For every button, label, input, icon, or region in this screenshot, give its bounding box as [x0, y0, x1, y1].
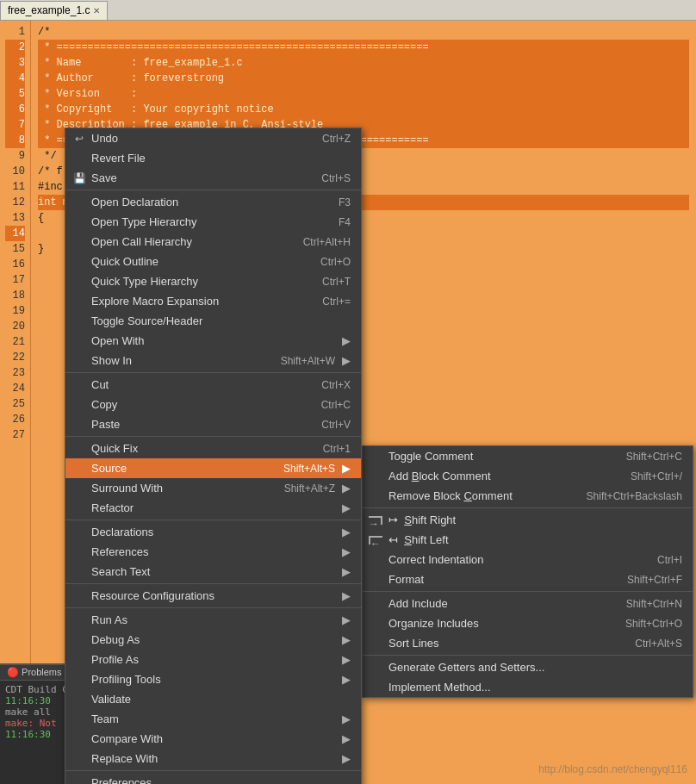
- menu-item-shortcut: Ctrl+O: [320, 256, 351, 268]
- menu-item-search-text[interactable]: Search Text▶: [65, 562, 361, 582]
- menu-item-profiling-tools[interactable]: Profiling Tools▶: [65, 669, 361, 689]
- source-submenu-item-shift-left[interactable]: ←↤ Shift Left: [363, 530, 693, 550]
- menu-item-references[interactable]: References▶: [65, 542, 361, 562]
- menu-item-replace-with[interactable]: Replace With▶: [65, 749, 361, 768]
- menu-item-toggle-source-header[interactable]: Toggle Source/Header: [65, 311, 361, 331]
- menu-item-label: Quick Type Hierarchy: [91, 275, 305, 288]
- menu-item-declarations[interactable]: Declarations▶: [65, 522, 361, 542]
- source-submenu-item-shortcut: Ctrl+I: [657, 554, 682, 566]
- source-submenu-item-format[interactable]: FormatShift+Ctrl+F: [363, 569, 693, 589]
- source-submenu-item-correct-indentation[interactable]: Correct IndentationCtrl+I: [363, 550, 693, 569]
- line-number: 22: [5, 350, 25, 365]
- source-submenu-item-shortcut: Shift+Ctrl+/: [631, 470, 682, 482]
- menu-item-label: Replace With: [91, 752, 335, 765]
- source-submenu-item-add-block-comment[interactable]: Add Block CommentShift+Ctrl+/: [363, 466, 693, 486]
- code-line: * Copyright : Your copyright notice: [38, 102, 689, 117]
- source-submenu-item-sort-lines[interactable]: Sort LinesCtrl+Alt+S: [363, 633, 693, 653]
- menu-separator: [65, 583, 361, 584]
- menu-item-compare-with[interactable]: Compare With▶: [65, 729, 361, 749]
- submenu-arrow-icon: ▶: [342, 589, 351, 602]
- source-submenu-item-implement-method---[interactable]: Implement Method...: [363, 677, 693, 697]
- submenu-arrow-icon: ▶: [342, 462, 351, 475]
- submenu-arrow-icon: ▶: [342, 526, 351, 538]
- menu-item-open-declaration[interactable]: Open DeclarationF3: [65, 192, 361, 212]
- menu-item-open-call-hierarchy[interactable]: Open Call HierarchyCtrl+Alt+H: [65, 232, 361, 252]
- menu-item-shortcut: Ctrl+Alt+H: [303, 236, 351, 248]
- menu-separator: [65, 520, 361, 520]
- submenu-arrow-icon: ▶: [342, 334, 351, 347]
- line-number: 17: [5, 272, 25, 288]
- line-number: 3: [5, 55, 25, 71]
- menu-item-revert-file[interactable]: Revert File: [65, 148, 361, 168]
- menu-item-label: Open With: [91, 334, 335, 347]
- line-number: 26: [5, 412, 25, 427]
- line-number: 24: [5, 381, 25, 396]
- watermark: http://blog.csdn.net/chengyql116: [538, 763, 687, 775]
- menu-item-show-in[interactable]: Show InShift+Alt+W▶: [65, 351, 361, 370]
- menu-item-label: Run As: [91, 613, 335, 626]
- menu-item-label: Toggle Source/Header: [91, 314, 351, 327]
- line-number: 4: [5, 71, 25, 86]
- menu-separator: [65, 436, 361, 437]
- source-submenu-item-icon: →: [368, 516, 385, 525]
- source-submenu-item-generate-getters-and-setters---[interactable]: Generate Getters and Setters...: [363, 657, 693, 677]
- editor-tab[interactable]: free_example_1.c ✕: [0, 1, 108, 20]
- menu-item-source[interactable]: SourceShift+Alt+S▶: [65, 458, 361, 478]
- code-line: * Version :: [38, 86, 689, 102]
- menu-item-label: Quick Outline: [91, 255, 303, 268]
- menu-item-open-with[interactable]: Open With▶: [65, 331, 361, 351]
- source-submenu-item-remove-block-comment[interactable]: Remove Block CommentShift+Ctrl+Backslash: [363, 486, 693, 506]
- tab-close-icon[interactable]: ✕: [93, 6, 100, 16]
- menu-item-label: Search Text: [91, 565, 335, 578]
- menu-item-resource-configurations[interactable]: Resource Configurations▶: [65, 586, 361, 606]
- source-submenu-item-label: Format: [388, 573, 610, 586]
- line-number: 10: [5, 164, 25, 179]
- source-submenu-item-shift-right[interactable]: →↦ Shift Right: [363, 510, 693, 530]
- submenu-arrow-icon: ▶: [342, 565, 351, 578]
- menu-item-copy[interactable]: CopyCtrl+C: [65, 395, 361, 414]
- menu-item-paste[interactable]: PasteCtrl+V: [65, 414, 361, 434]
- menu-item-run-as[interactable]: Run As▶: [65, 610, 361, 630]
- menu-item-label: References: [91, 545, 335, 558]
- menu-item-save[interactable]: 💾SaveCtrl+S: [65, 168, 361, 188]
- menu-item-validate[interactable]: Validate: [65, 689, 361, 709]
- menu-item-quick-outline[interactable]: Quick OutlineCtrl+O: [65, 252, 361, 271]
- menu-item-refactor[interactable]: Refactor▶: [65, 498, 361, 518]
- submenu-arrow-icon: ▶: [342, 501, 351, 514]
- line-number: 18: [5, 288, 25, 303]
- menu-item-quick-type-hierarchy[interactable]: Quick Type HierarchyCtrl+T: [65, 271, 361, 291]
- submenu-arrow-icon: ▶: [342, 653, 351, 666]
- source-submenu-item-icon: ←: [368, 536, 385, 544]
- bottom-panel-tab-label: 🔴 Problems: [7, 667, 62, 678]
- source-submenu-item-organize-includes[interactable]: Organize IncludesShift+Ctrl+O: [363, 613, 693, 633]
- source-submenu-item-add-include[interactable]: Add IncludeShift+Ctrl+N: [363, 594, 693, 613]
- menu-item-team[interactable]: Team▶: [65, 709, 361, 729]
- line-number: 25: [5, 396, 25, 412]
- menu-item-preferences---[interactable]: Preferences...: [65, 773, 361, 784]
- line-number: 6: [5, 102, 25, 117]
- source-submenu-item-label: Add Block Comment: [388, 470, 613, 482]
- menu-separator: [65, 607, 361, 608]
- menu-item-explore-macro-expansion[interactable]: Explore Macro ExpansionCtrl+=: [65, 291, 361, 311]
- line-number: 5: [5, 86, 25, 102]
- menu-item-profile-as[interactable]: Profile As▶: [65, 650, 361, 669]
- code-line: * ======================================…: [38, 40, 689, 55]
- menu-item-quick-fix[interactable]: Quick FixCtrl+1: [65, 439, 361, 458]
- source-submenu-item-shortcut: Shift+Ctrl+Backslash: [587, 490, 682, 502]
- menu-item-surround-with[interactable]: Surround WithShift+Alt+Z▶: [65, 478, 361, 498]
- code-line: * Name : free_example_1.c: [38, 55, 689, 71]
- menu-item-undo[interactable]: ↩UndoCtrl+Z: [65, 128, 361, 148]
- line-number: 16: [5, 257, 25, 272]
- menu-item-debug-as[interactable]: Debug As▶: [65, 630, 361, 650]
- submenu-arrow-icon: ▶: [342, 482, 351, 495]
- menu-item-cut[interactable]: CutCtrl+X: [65, 375, 361, 395]
- menu-item-label: Undo: [91, 132, 305, 145]
- menu-item-open-type-hierarchy[interactable]: Open Type HierarchyF4: [65, 212, 361, 232]
- source-submenu[interactable]: Toggle CommentShift+Ctrl+CAdd Block Comm…: [362, 445, 693, 698]
- menu-item-label: Profile As: [91, 653, 335, 666]
- menu-item-label: Profiling Tools: [91, 673, 335, 686]
- context-menu[interactable]: ↩UndoCtrl+ZRevert File💾SaveCtrl+SOpen De…: [65, 128, 362, 784]
- source-submenu-item-toggle-comment[interactable]: Toggle CommentShift+Ctrl+C: [363, 446, 693, 466]
- source-submenu-item-label: ↤ Shift Left: [388, 533, 682, 546]
- line-number: 13: [5, 210, 25, 226]
